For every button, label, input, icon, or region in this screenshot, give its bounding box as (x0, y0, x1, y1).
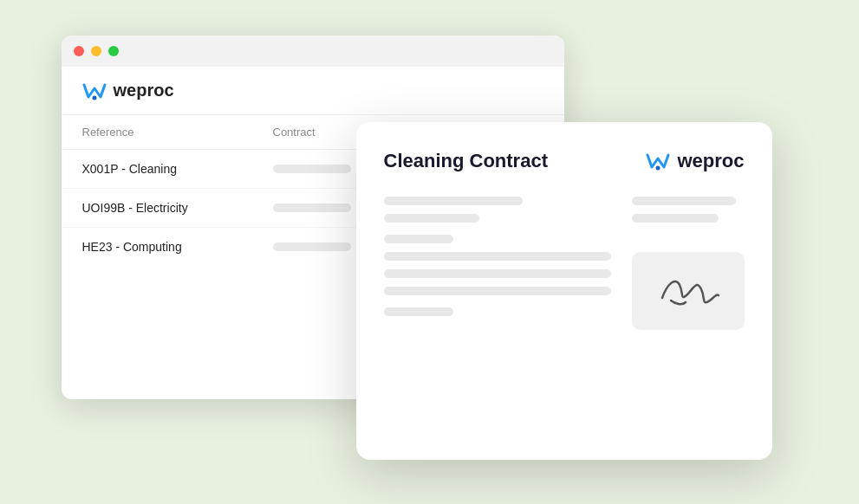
placeholder-bar-2 (384, 214, 479, 223)
row-bar-2 (273, 204, 351, 212)
row-bar-3 (273, 242, 351, 251)
weproc-logo: weproc (82, 81, 174, 100)
card-logo: weproc (646, 150, 744, 172)
placeholder-bar-b1 (384, 252, 611, 261)
col-reference: Reference (82, 126, 273, 139)
app-header: weproc (62, 67, 564, 115)
card-right (632, 197, 745, 243)
card-weproc-logo-icon (646, 152, 670, 171)
placeholder-bar-3 (384, 235, 453, 243)
close-button[interactable] (74, 46, 84, 56)
weproc-logo-icon (82, 81, 107, 100)
svg-point-1 (656, 166, 661, 171)
card-body (384, 197, 745, 243)
minimize-button[interactable] (91, 46, 101, 56)
app-name-label: weproc (114, 81, 174, 100)
placeholder-bar-r1 (632, 197, 736, 205)
scene: weproc Reference Contract Supplier X001P… (62, 36, 798, 468)
signature-box (632, 252, 745, 330)
card-left (384, 197, 611, 243)
card-bottom-left (384, 252, 611, 330)
maximize-button[interactable] (108, 46, 119, 56)
signature-icon (649, 268, 727, 315)
contract-card: Cleaning Contract weproc (356, 122, 772, 460)
placeholder-bar-b3 (384, 287, 611, 295)
placeholder-bar-b4 (384, 307, 453, 316)
placeholder-bar-b2 (384, 269, 611, 278)
svg-point-0 (92, 95, 96, 100)
row-bar-1 (273, 165, 351, 173)
row-ref-3: HE23 - Computing (82, 240, 273, 254)
row-ref-2: UOI99B - Electricity (82, 201, 273, 215)
card-title: Cleaning Contract (384, 150, 548, 172)
row-ref-1: X001P - Cleaning (82, 162, 273, 176)
card-bottom (384, 252, 745, 330)
browser-titlebar (62, 36, 564, 67)
card-header: Cleaning Contract weproc (384, 150, 745, 172)
card-logo-text: weproc (677, 150, 744, 172)
placeholder-bar-r2 (632, 214, 719, 223)
placeholder-bar-1 (384, 197, 523, 205)
